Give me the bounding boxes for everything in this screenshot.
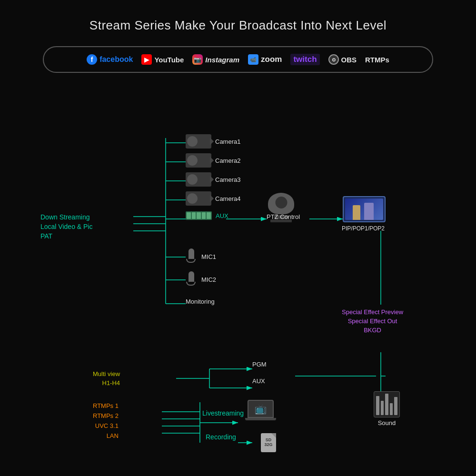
mic1-label: MIC1 (201, 253, 216, 260)
zoom-label: zoom (261, 55, 282, 64)
mic1-node: MIC1 (188, 248, 216, 265)
monitoring-label: Monitoring (186, 298, 215, 305)
aux2-label: AUX (252, 377, 267, 385)
rtmps1-label: RTMPs 1 (93, 402, 119, 409)
recording-label: Recording (206, 433, 236, 441)
obs-icon: ⊙ (328, 54, 339, 65)
livestreaming-label: Livestreaming (202, 409, 244, 417)
special-effects-node: Special Effect Preview Special Effect Ou… (342, 308, 403, 334)
multiview-label: Multi view (93, 370, 120, 377)
pip-pop-node: PIP/POP1/POP2 (342, 225, 385, 232)
instagram-icon: 📷 (192, 54, 203, 65)
camera3-label: Camera3 (215, 176, 240, 183)
pgm-label: PGM (252, 361, 267, 368)
camera4-node: Camera4 (186, 191, 240, 206)
camera2-label: Camera2 (215, 157, 240, 164)
monitoring-node: Monitoring (186, 298, 215, 305)
bkgd-label: BKGD (342, 327, 403, 334)
platform-youtube: ▶ YouTube (141, 54, 184, 65)
ptz-label: PTZ Control (267, 213, 300, 220)
camera1-label: Camera1 (215, 138, 240, 145)
twitch-label: twitch (290, 54, 319, 65)
aux-node: AUX (186, 211, 228, 220)
sound-node: Sound (374, 391, 400, 426)
pgm-aux-node: PGM AUX (252, 361, 267, 385)
diagram: Camera1 Camera2 Camera3 Ca (0, 105, 476, 462)
pip-pop-label: PIP/POP1/POP2 (342, 225, 385, 232)
recording-node: Recording (206, 433, 236, 441)
mic2-node: MIC2 (188, 271, 216, 288)
special-effect-preview-label: Special Effect Preview (342, 308, 403, 316)
ptz-control-label: PTZ Control (267, 213, 300, 220)
platform-instagram: 📷 Instagram (192, 54, 239, 65)
local-video-label: Local Video & Pic (40, 223, 92, 230)
youtube-icon: ▶ (141, 54, 152, 65)
youtube-label: YouTube (154, 56, 184, 64)
facebook-label: facebook (99, 55, 133, 64)
platforms-bar: f facebook ▶ YouTube 📷 Instagram 📹 zoom … (43, 46, 433, 73)
camera2-node: Camera2 (186, 153, 240, 168)
platform-facebook: f facebook (87, 54, 133, 65)
pip-monitor-node (343, 196, 386, 222)
multiview-node: Multi view H1-H4 (93, 370, 120, 387)
platform-rtmps: RTMPs (365, 56, 389, 64)
platform-obs: ⊙ OBS (328, 54, 357, 65)
facebook-icon: f (87, 54, 97, 65)
camera1-node: Camera1 (186, 134, 240, 149)
h1h4-label: H1-H4 (93, 379, 120, 387)
rtmps2-label: RTMPs 2 (93, 412, 119, 419)
platform-twitch: twitch (290, 54, 319, 65)
lan-label: LAN (93, 432, 119, 439)
instagram-label: Instagram (205, 56, 239, 64)
camera4-label: Camera4 (215, 195, 240, 202)
pat-label: PAT (40, 232, 92, 240)
down-streaming-label: Down Streaming (40, 213, 92, 221)
special-effect-out-label: Special Effect Out (342, 317, 403, 325)
zoom-icon: 📹 (248, 54, 258, 65)
mic2-label: MIC2 (201, 276, 216, 283)
uvc-label: UVC 3.1 (93, 422, 119, 429)
sdcard-node: SD32G (261, 433, 276, 452)
rtmps-label: RTMPs (365, 56, 389, 64)
platform-zoom: 📹 zoom (248, 54, 282, 65)
aux-label: AUX (216, 212, 228, 219)
laptop-node: 📺 (248, 400, 276, 420)
livestreaming-node: Livestreaming (202, 409, 244, 417)
camera3-node: Camera3 (186, 172, 240, 187)
obs-label: OBS (341, 56, 357, 64)
rtmps-inputs-node: RTMPs 1 RTMPs 2 UVC 3.1 LAN (93, 402, 119, 439)
sound-label: Sound (378, 419, 396, 426)
down-streaming-node: Down Streaming Local Video & Pic PAT (40, 213, 92, 240)
main-title: Stream Series Make Your Broadcast Into N… (0, 0, 476, 33)
